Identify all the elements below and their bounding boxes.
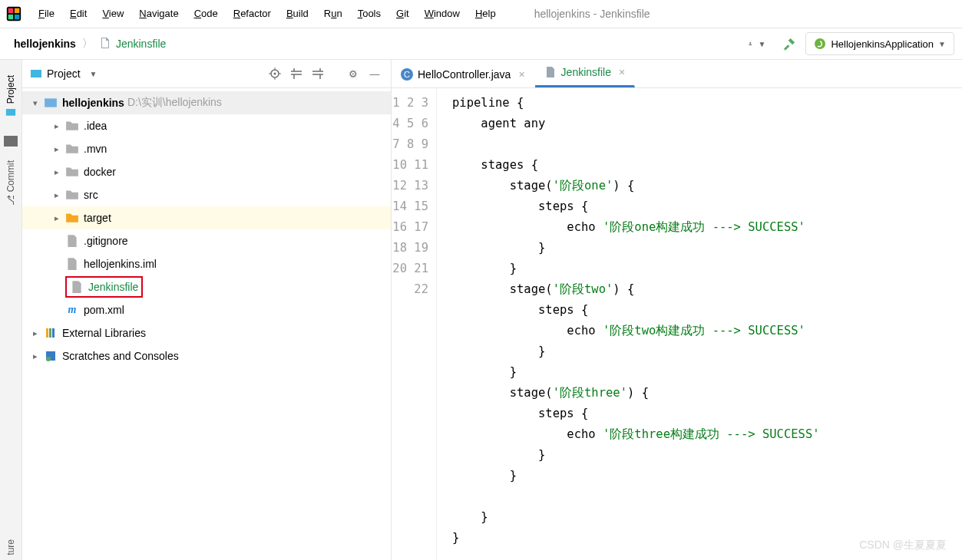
svg-rect-7 [6,109,15,116]
main-menu-bar: FFileile EditEdit ViewView NavigateNavig… [0,0,962,28]
close-icon[interactable]: × [518,68,524,81]
tree-node-pom[interactable]: m pom.xml [22,298,391,321]
close-icon[interactable]: × [619,66,625,78]
tree-node-iml[interactable]: hellojenkins.iml [22,252,391,275]
menu-window[interactable]: WindowWindow [417,0,468,28]
menu-help[interactable]: HelpHelp [468,0,504,28]
menu-run[interactable]: RunRun [316,0,350,28]
chevron-right-icon: ▸ [51,143,62,154]
menu-build[interactable]: BuildBuild [279,0,316,28]
editor-area: C HelloController.java × Jenkinsfile × 1… [392,60,962,560]
tree-node-src[interactable]: ▸ src [22,183,391,206]
code-with-me-icon[interactable]: ▼ [749,35,765,52]
settings-icon[interactable]: ⚙ [345,65,362,82]
tree-node-root[interactable]: ▾ hellojenkins D:\实训\hellojenkins [22,91,391,114]
svg-rect-1 [8,8,13,13]
svg-point-5 [750,42,752,44]
folder-icon [65,165,79,179]
run-configuration-dropdown[interactable]: HellojenkinsApplication ▼ [805,32,954,55]
editor-tabs: C HelloController.java × Jenkinsfile × [392,60,962,88]
svg-rect-3 [8,15,13,19]
code-editor[interactable]: 1 2 3 4 5 6 7 8 9 10 11 12 13 14 15 16 1… [392,88,962,560]
project-tree: ▾ hellojenkins D:\实训\hellojenkins ▸ .ide… [22,88,391,371]
menu-view[interactable]: ViewView [94,0,131,28]
folder-icon [65,188,79,202]
svg-rect-4 [15,15,19,19]
tree-node-jenkinsfile[interactable]: Jenkinsfile [22,275,391,298]
watermark: CSDN @生夏夏夏 [859,539,947,552]
breadcrumb-root[interactable]: hellojenkins [14,38,76,50]
chevron-right-icon: ▸ [30,351,41,361]
spring-icon [814,38,826,50]
file-icon [70,280,84,294]
file-icon [65,257,79,271]
project-tool-window: Project ▼ ⚙ — ▾ hellojenkins D:\实训\hello… [22,60,392,560]
menu-tools[interactable]: ToolsTools [350,0,388,28]
chevron-right-icon: 〉 [82,37,93,51]
tree-node-docker[interactable]: ▸ docker [22,160,391,183]
svg-rect-13 [49,328,51,338]
folder-icon [65,119,79,133]
window-title: hellojenkins - Jenkinsfile [534,8,650,20]
app-icon [5,5,23,23]
breadcrumb-file[interactable]: Jenkinsfile [116,38,166,50]
chevron-down-icon: ▼ [938,40,946,48]
locate-icon[interactable] [266,65,283,82]
tree-node-gitignore[interactable]: .gitignore [22,229,391,252]
chevron-right-icon: ▸ [51,120,62,131]
tab-hellocontroller[interactable]: C HelloController.java × [392,61,535,87]
folder-icon [65,211,79,225]
java-class-icon: C [401,68,413,81]
tree-node-external-libs[interactable]: ▸ External Libraries [22,321,391,344]
svg-rect-2 [15,8,19,13]
svg-point-16 [46,357,51,361]
breadcrumb: hellojenkins 〉 Jenkinsfile [0,37,741,51]
menu-git[interactable]: GitGit [388,0,417,28]
navigation-bar: hellojenkins 〉 Jenkinsfile ▼ Hellojenkin… [0,28,962,60]
hide-icon[interactable]: — [366,65,383,82]
build-icon[interactable] [781,35,798,52]
side-label-project[interactable]: Project [5,75,16,117]
side-label-structure[interactable]: ture [5,539,16,555]
file-icon [99,37,111,51]
libraries-icon [44,326,58,340]
menu-edit[interactable]: EditEdit [62,0,94,28]
menu-refactor[interactable]: RefactorRefactor [226,0,279,28]
svg-rect-12 [46,328,48,338]
code-content[interactable]: pipeline { agent any stages { stage('阶段o… [437,88,820,560]
file-icon [544,66,557,78]
project-view-selector[interactable]: Project ▼ [30,68,97,80]
maven-icon: m [65,303,79,317]
line-number-gutter: 1 2 3 4 5 6 7 8 9 10 11 12 13 14 15 16 1… [392,88,437,560]
module-icon [44,96,58,110]
tree-node-scratches[interactable]: ▸ Scratches and Consoles [22,344,391,367]
run-config-name: HellojenkinsApplication [831,38,934,50]
project-panel-header: Project ▼ ⚙ — [22,60,391,88]
tree-node-idea[interactable]: ▸ .idea [22,114,391,137]
folder-icon [65,142,79,156]
expand-all-icon[interactable] [288,65,305,82]
chevron-right-icon: ▸ [30,328,41,338]
menu-file[interactable]: FFileile [31,0,62,28]
tree-node-target[interactable]: ▸ target [22,206,391,229]
svg-rect-14 [52,328,55,338]
svg-rect-8 [31,70,41,77]
menu-navigate[interactable]: NavigateNavigate [131,0,186,28]
svg-point-6 [815,38,825,49]
chevron-right-icon: ▸ [51,166,62,177]
collapse-all-icon[interactable] [309,65,326,82]
chevron-right-icon: ▸ [51,212,62,223]
svg-point-10 [274,73,276,75]
svg-rect-11 [45,98,57,107]
chevron-down-icon: ▾ [30,97,41,108]
scratches-icon [44,349,58,363]
side-label-commit[interactable]: ⎇ Commit [5,160,16,206]
chevron-right-icon: ▸ [51,189,62,200]
tool-window-stripe-left: Project ⎇ Commit ture [0,60,22,560]
tab-jenkinsfile[interactable]: Jenkinsfile × [535,58,636,87]
bookmarks-icon[interactable] [4,136,18,147]
highlight-annotation: Jenkinsfile [65,276,143,298]
tree-node-mvn[interactable]: ▸ .mvn [22,137,391,160]
menu-code[interactable]: CodeCode [187,0,226,28]
file-icon [65,234,79,248]
